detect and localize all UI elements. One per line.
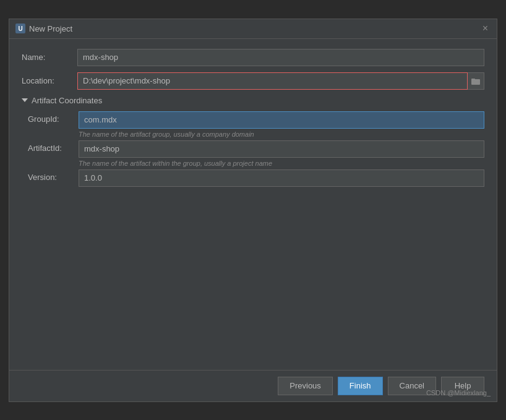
- artifactid-input-wrap: The name of the artifact within the grou…: [79, 140, 484, 167]
- version-input-wrap: [79, 169, 484, 187]
- finish-button[interactable]: Finish: [338, 377, 383, 395]
- dialog-title: New Project: [29, 24, 72, 33]
- artifact-coordinates-section: Artifact Coordinates: [22, 96, 484, 105]
- collapse-triangle-icon: [22, 98, 28, 102]
- artifactid-hint: The name of the artifact within the grou…: [79, 160, 484, 167]
- help-button[interactable]: Help: [441, 377, 484, 395]
- artifact-coordinates-label: Artifact Coordinates: [32, 96, 102, 105]
- name-label: Name:: [22, 53, 77, 62]
- location-row: Location:: [22, 72, 484, 90]
- groupid-input-wrap: The name of the artifact group, usually …: [79, 111, 484, 138]
- cancel-button[interactable]: Cancel: [388, 377, 436, 395]
- groupid-input[interactable]: [79, 111, 484, 129]
- artifactid-label: ArtifactId:: [28, 140, 79, 153]
- artifactid-row: ArtifactId: The name of the artifact wit…: [28, 140, 484, 167]
- groupid-hint: The name of the artifact group, usually …: [79, 131, 484, 138]
- groupid-label: GroupId:: [28, 111, 79, 124]
- location-input-wrap: [77, 72, 484, 90]
- app-icon: U: [15, 24, 25, 33]
- browse-button[interactable]: [468, 72, 484, 90]
- previous-button[interactable]: Previous: [278, 377, 333, 395]
- version-input[interactable]: [79, 169, 484, 187]
- dialog-footer: Previous Finish Cancel Help: [9, 370, 497, 401]
- dialog-body: Name: Location: Artifact Coordinates: [9, 39, 497, 370]
- name-row: Name:: [22, 49, 484, 66]
- artifact-section: GroupId: The name of the artifact group,…: [22, 111, 484, 187]
- folder-icon: [471, 77, 480, 85]
- location-label: Location:: [22, 76, 77, 85]
- title-bar-left: U New Project: [15, 24, 72, 33]
- close-button[interactable]: ×: [480, 22, 491, 35]
- name-input[interactable]: [77, 49, 484, 66]
- version-label: Version:: [28, 169, 79, 182]
- new-project-dialog: U New Project × Name: Location:: [9, 19, 497, 402]
- version-row: Version:: [28, 169, 484, 187]
- location-input[interactable]: [77, 72, 468, 90]
- groupid-row: GroupId: The name of the artifact group,…: [28, 111, 484, 138]
- svg-rect-1: [471, 79, 475, 80]
- artifactid-input[interactable]: [79, 140, 484, 158]
- title-bar: U New Project ×: [9, 19, 497, 39]
